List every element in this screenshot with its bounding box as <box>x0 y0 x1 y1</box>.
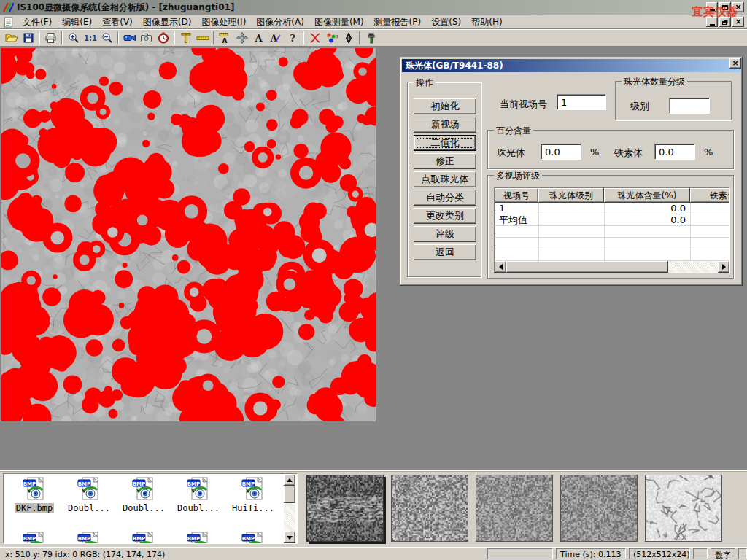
preview-thumbnail-1[interactable] <box>306 475 384 542</box>
calibration-button[interactable]: A <box>217 30 233 46</box>
label-points-button[interactable]: 31 <box>323 30 340 46</box>
bmp-file-icon: BMP <box>187 492 210 502</box>
filelist-vscroll-thumb[interactable] <box>284 486 295 503</box>
op-button-1[interactable]: 初始化 <box>414 98 476 114</box>
left-arrow-icon <box>496 264 503 270</box>
actual-size-button[interactable]: 1:1 <box>82 30 98 46</box>
pearlite-dialog: 珠光体(GB/T9441-88) × 操作 初始化新视场二值化修正点取珠光体自动… <box>400 57 743 286</box>
op-button-4[interactable]: 修正 <box>414 153 476 169</box>
svg-text:1:1: 1:1 <box>84 34 97 42</box>
table-header-2[interactable]: 珠光体级别 <box>538 188 604 203</box>
title-bar: IS100显微摄像系统(金相分析版) - [zhuguangti01] × <box>0 0 747 15</box>
print-button[interactable] <box>42 30 59 46</box>
op-button-9[interactable]: 返回 <box>414 244 476 260</box>
video-capture-button[interactable] <box>121 30 138 46</box>
table-cell <box>690 203 730 214</box>
menu-item-image-display[interactable]: 图像显示(D) <box>138 15 197 30</box>
table-row[interactable] <box>495 249 729 261</box>
caliper-icon <box>180 32 192 44</box>
menu-item-help[interactable]: 帮助(H) <box>466 15 507 30</box>
file-name: Doubl... <box>121 503 166 513</box>
file-name: HuiTi... <box>231 503 276 513</box>
ferrite-percent-input[interactable]: 0.0 <box>654 144 695 160</box>
child-restore-icon <box>722 21 727 25</box>
op-button-3[interactable]: 二值化 <box>414 135 476 151</box>
file-name: DKF.bmp <box>15 503 55 513</box>
preview-thumbnail-2[interactable] <box>391 475 468 542</box>
table-hscroll-right-button[interactable] <box>718 261 729 273</box>
annotate-tool-icon: A <box>269 32 282 44</box>
menu-item-settings[interactable]: 设置(S) <box>426 15 466 30</box>
status-position: x: 510 y: 79 idx: 0 RGB: (174, 174, 174) <box>1 548 481 559</box>
preview-thumbnail-4[interactable] <box>560 475 638 542</box>
toolbar-separator <box>61 31 63 44</box>
file-item-clipped[interactable]: BMP <box>227 532 279 544</box>
text-tool-button[interactable]: A <box>250 30 267 46</box>
menu-item-measure-report[interactable]: 测量报告(P) <box>369 15 427 30</box>
dialog-close-button[interactable]: × <box>729 58 741 69</box>
table-hscroll-thumb[interactable] <box>506 261 668 273</box>
table-row[interactable] <box>495 238 729 249</box>
svg-text:A: A <box>254 33 263 44</box>
menu-item-edit[interactable]: 编辑(E) <box>57 15 97 30</box>
timer-clock-button[interactable] <box>155 30 171 46</box>
help-button[interactable]: ? <box>284 30 301 46</box>
zoom-out-icon <box>101 32 113 44</box>
zoom-out-button[interactable] <box>98 30 115 46</box>
menu-item-image-measure[interactable]: 图像测量(M) <box>309 15 369 30</box>
file-item-dkfbmp[interactable]: BMPDKF.bmp <box>8 477 61 513</box>
metallograph-image[interactable] <box>1 48 376 421</box>
file-item-huiti[interactable]: BMPHuiTi... <box>227 477 279 513</box>
file-item-clipped[interactable]: BMP <box>8 532 61 544</box>
menu-item-image-analysis[interactable]: 图像分析(A) <box>251 15 309 30</box>
snapshot-camera-icon <box>140 32 152 44</box>
annotate-tool-button[interactable]: A <box>267 30 284 46</box>
current-field-input[interactable]: 1 <box>557 94 606 110</box>
table-row[interactable] <box>495 226 729 238</box>
op-button-5[interactable]: 点取珠光体 <box>414 171 476 187</box>
zoom-in-button[interactable] <box>65 30 82 46</box>
table-hscroll-left-button[interactable] <box>495 261 506 273</box>
ruler-button[interactable] <box>194 30 211 46</box>
curve-tool-button[interactable] <box>306 30 323 46</box>
filelist-vscroll-down-button[interactable] <box>284 532 295 543</box>
grade-input[interactable] <box>669 98 710 114</box>
save-button[interactable] <box>20 30 36 46</box>
filelist-vscroll-up-button[interactable] <box>284 474 295 486</box>
status-image-size: (512x512x24) <box>629 548 690 559</box>
table-header-3[interactable]: 珠光体含量(%) <box>604 188 690 203</box>
file-item-clipped[interactable]: BMP <box>172 532 225 544</box>
rating-table[interactable]: 视场号珠光体级别珠光体含量(%)铁素体10.0平均值0.0 <box>494 187 730 273</box>
table-header-1[interactable]: 视场号 <box>495 188 538 203</box>
brush-tool-button[interactable] <box>363 30 379 46</box>
table-row[interactable]: 平均值0.0 <box>495 214 729 226</box>
pearlite-percent-input[interactable]: 0.0 <box>541 144 581 160</box>
preview-thumbnail-5[interactable] <box>645 475 722 542</box>
table-header-4[interactable]: 铁素体 <box>690 188 730 203</box>
menu-item-view[interactable]: 查看(V) <box>97 15 138 30</box>
pen-tool-button[interactable] <box>340 30 357 46</box>
dialog-title-bar[interactable]: 珠光体(GB/T9441-88) <box>402 59 740 72</box>
operations-group-label: 操作 <box>414 77 436 89</box>
file-item-doubl[interactable]: BMPDoubl... <box>63 477 115 513</box>
op-button-6[interactable]: 自动分类 <box>414 190 476 206</box>
op-button-2[interactable]: 新视场 <box>414 117 476 133</box>
op-button-7[interactable]: 更改类别 <box>414 208 476 224</box>
caliper-button[interactable] <box>177 30 194 46</box>
table-row[interactable]: 10.0 <box>495 203 729 214</box>
op-button-8[interactable]: 评级 <box>414 226 476 242</box>
snapshot-camera-button[interactable] <box>138 30 155 46</box>
move-tool-button[interactable] <box>233 30 250 46</box>
help-icon: ? <box>287 32 298 44</box>
file-item-clipped[interactable]: BMP <box>63 532 115 544</box>
open-file-button[interactable] <box>3 30 20 46</box>
file-item-doubl[interactable]: BMPDoubl... <box>117 477 170 513</box>
table-cell: 0.0 <box>604 214 690 226</box>
bmp-file-icon: BMP <box>241 492 265 502</box>
preview-thumbnail-3[interactable] <box>476 475 553 542</box>
file-item-clipped[interactable]: BMP <box>117 532 170 544</box>
menu-item-image-process[interactable]: 图像处理(I) <box>196 15 251 30</box>
menu-item-file[interactable]: 文件(F) <box>18 15 57 30</box>
file-item-doubl[interactable]: BMPDoubl... <box>172 477 225 513</box>
ruler-icon <box>196 32 209 44</box>
